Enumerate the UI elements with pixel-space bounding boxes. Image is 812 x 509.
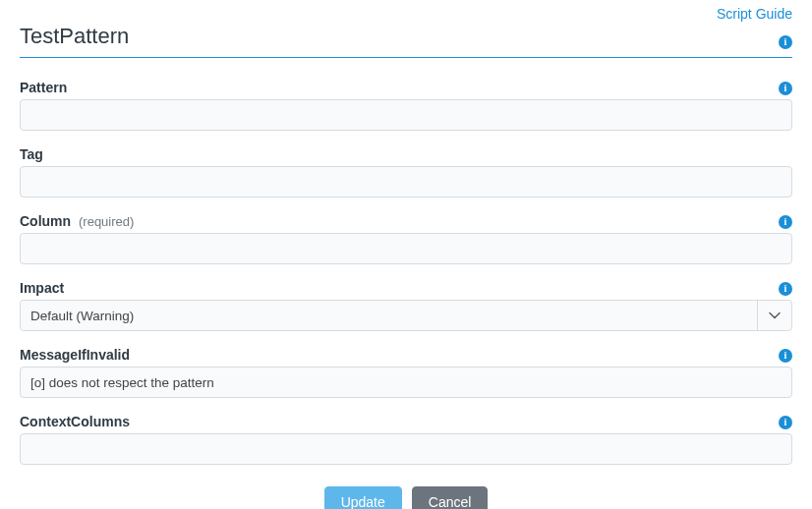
- impact-select-value[interactable]: Default (Warning): [21, 301, 758, 330]
- message-if-invalid-input[interactable]: [20, 367, 792, 398]
- field-context-columns: ContextColumns i: [20, 414, 792, 465]
- field-label-row: Column (required) i: [20, 213, 792, 229]
- field-label-row: Tag: [20, 146, 792, 162]
- context-columns-input[interactable]: [20, 433, 792, 465]
- column-label: Column (required): [20, 213, 134, 229]
- pattern-input[interactable]: [20, 99, 792, 131]
- info-icon[interactable]: i: [779, 416, 792, 429]
- column-label-text: Column: [20, 213, 71, 229]
- field-label-row: MessageIfInvalid i: [20, 347, 792, 363]
- form-page: Script Guide TestPattern i Pattern i Tag…: [0, 0, 812, 509]
- message-if-invalid-label: MessageIfInvalid: [20, 347, 130, 363]
- field-label-row: ContextColumns i: [20, 414, 792, 429]
- field-label-row: Pattern i: [20, 80, 792, 95]
- field-pattern: Pattern i: [20, 80, 792, 131]
- top-link-row: Script Guide: [20, 6, 792, 22]
- info-icon[interactable]: i: [779, 82, 792, 95]
- info-icon[interactable]: i: [779, 282, 792, 296]
- tag-input[interactable]: [20, 166, 792, 198]
- column-required-text: (required): [79, 214, 134, 229]
- field-tag: Tag: [20, 146, 792, 198]
- tag-label: Tag: [20, 146, 43, 162]
- column-input[interactable]: [20, 233, 792, 264]
- info-icon[interactable]: i: [779, 349, 792, 363]
- info-icon[interactable]: i: [779, 215, 792, 229]
- field-column: Column (required) i: [20, 213, 792, 264]
- info-icon[interactable]: i: [779, 35, 792, 49]
- impact-select[interactable]: Default (Warning): [20, 300, 792, 331]
- chevron-down-icon[interactable]: [758, 301, 791, 330]
- page-title: TestPattern: [20, 24, 129, 49]
- button-row: Update Cancel: [20, 486, 792, 509]
- field-label-row: Impact i: [20, 280, 792, 296]
- field-impact: Impact i Default (Warning): [20, 280, 792, 331]
- impact-label: Impact: [20, 280, 64, 296]
- cancel-button[interactable]: Cancel: [412, 486, 489, 509]
- pattern-label: Pattern: [20, 80, 67, 95]
- update-button[interactable]: Update: [324, 486, 402, 509]
- field-message-if-invalid: MessageIfInvalid i: [20, 347, 792, 398]
- header-row: TestPattern i: [20, 24, 792, 58]
- script-guide-link[interactable]: Script Guide: [717, 6, 792, 22]
- context-columns-label: ContextColumns: [20, 414, 130, 429]
